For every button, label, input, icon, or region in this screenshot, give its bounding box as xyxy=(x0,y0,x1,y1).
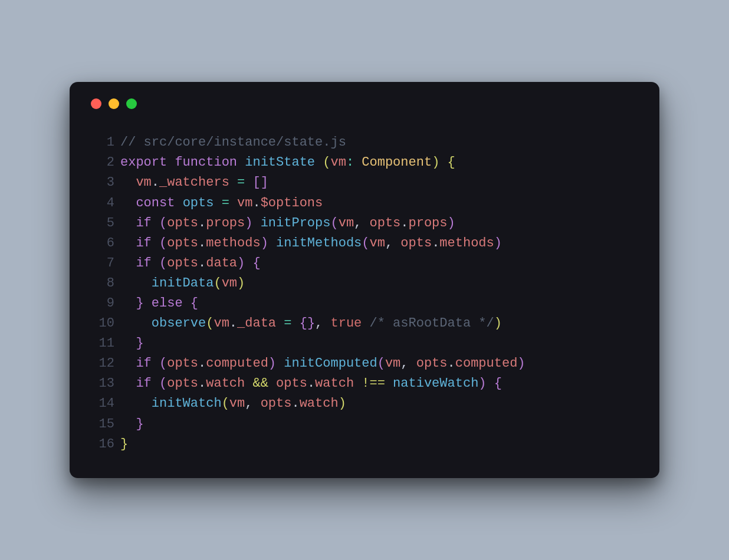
code-line[interactable]: 8 initData(vm) xyxy=(90,274,639,294)
code-line[interactable]: 16} xyxy=(90,434,639,454)
code-token: . xyxy=(307,376,315,391)
close-icon[interactable] xyxy=(91,98,101,109)
code-line[interactable]: 14 initWatch(vm, opts.watch) xyxy=(90,394,639,414)
code-line[interactable]: 6 if (opts.methods) initMethods(vm, opts… xyxy=(90,233,639,253)
code-token: ( xyxy=(159,216,167,230)
code-token xyxy=(120,256,136,271)
code-token xyxy=(120,296,136,311)
code-token: else xyxy=(152,296,183,311)
line-number: 8 xyxy=(90,274,114,294)
code-token: opts xyxy=(416,356,448,371)
code-line[interactable]: 4 const opts = vm.$options xyxy=(90,193,639,213)
code-line[interactable]: 13 if (opts.watch && opts.watch !== nati… xyxy=(90,374,639,394)
line-number: 6 xyxy=(90,233,114,253)
code-token xyxy=(175,196,182,210)
maximize-icon[interactable] xyxy=(126,98,137,109)
line-number: 11 xyxy=(90,334,114,354)
code-token: ( xyxy=(159,356,167,371)
code-token: initComputed xyxy=(284,356,377,371)
code-token xyxy=(229,175,237,190)
code-token xyxy=(268,376,276,391)
code-line[interactable]: 10 observe(vm._data = {}, true /* asRoot… xyxy=(90,314,639,334)
code-token: , xyxy=(354,216,362,230)
code-token xyxy=(120,236,136,251)
minimize-icon[interactable] xyxy=(109,98,119,109)
code-token: ) xyxy=(245,216,252,230)
code-token: vm xyxy=(229,396,245,411)
code-token xyxy=(237,155,245,170)
code-line[interactable]: 9 } else { xyxy=(90,294,639,314)
code-line[interactable]: 15 } xyxy=(90,414,639,434)
code-token: initMethods xyxy=(276,236,362,251)
code-line[interactable]: 1// src/core/instance/state.js xyxy=(90,133,639,153)
line-number: 13 xyxy=(90,374,114,394)
code-token: opts xyxy=(167,356,198,371)
code-token: vm xyxy=(339,216,354,230)
code-line[interactable]: 5 if (opts.props) initProps(vm, opts.pro… xyxy=(90,213,639,233)
code-token: initWatch xyxy=(152,396,222,411)
code-token: true xyxy=(330,316,362,331)
code-token xyxy=(120,316,152,331)
code-token xyxy=(245,175,252,190)
code-token: vm xyxy=(370,236,385,251)
line-number: 4 xyxy=(90,193,114,213)
code-token: observe xyxy=(152,316,206,331)
code-token: ) xyxy=(237,256,245,271)
code-token xyxy=(120,216,136,230)
code-token: vm xyxy=(136,175,151,190)
code-token xyxy=(362,316,369,331)
code-editor[interactable]: 1// src/core/instance/state.js2export fu… xyxy=(90,133,639,454)
code-line[interactable]: 11 } xyxy=(90,334,639,354)
line-number: 10 xyxy=(90,314,114,334)
code-token: ) xyxy=(432,155,439,170)
line-number: 7 xyxy=(90,253,114,274)
code-token: vm xyxy=(214,316,229,331)
code-token: = xyxy=(222,196,229,210)
code-token: ) xyxy=(268,356,276,371)
code-token: } xyxy=(120,437,128,452)
code-token: if xyxy=(136,376,151,391)
code-token: . xyxy=(198,356,206,371)
code-token: { xyxy=(448,155,455,170)
code-token xyxy=(245,376,252,391)
code-token: opts xyxy=(183,196,214,210)
code-token xyxy=(276,356,284,371)
code-line[interactable]: 2export function initState (vm: Componen… xyxy=(90,153,639,173)
code-token: props xyxy=(409,216,448,230)
code-token: . xyxy=(432,236,439,251)
code-token xyxy=(152,256,159,271)
code-token xyxy=(120,196,136,210)
code-token: watch xyxy=(315,376,354,391)
code-line[interactable]: 12 if (opts.computed) initComputed(vm, o… xyxy=(90,354,639,374)
code-token: /* asRootData */ xyxy=(370,316,494,331)
line-content: initData(vm) xyxy=(120,274,245,294)
code-token xyxy=(120,356,136,371)
code-token xyxy=(229,196,237,210)
line-content: export function initState (vm: Component… xyxy=(120,153,455,173)
code-token xyxy=(385,376,393,391)
code-token: ] xyxy=(261,175,268,190)
code-token: opts xyxy=(400,236,432,251)
code-token: function xyxy=(175,155,237,170)
code-token: . xyxy=(198,256,206,271)
code-token: ) xyxy=(494,236,502,251)
code-token: nativeWatch xyxy=(393,376,478,391)
line-content: observe(vm._data = {}, true /* asRootDat… xyxy=(120,314,502,334)
code-token: ) xyxy=(237,276,245,291)
code-token: // src/core/instance/state.js xyxy=(120,135,346,150)
code-token: ) xyxy=(261,236,268,251)
code-token: export xyxy=(120,155,167,170)
code-token: ) xyxy=(517,356,525,371)
line-content: } xyxy=(120,414,144,434)
code-line[interactable]: 3 vm._watchers = [] xyxy=(90,173,639,193)
line-number: 1 xyxy=(90,133,114,153)
code-token: . xyxy=(252,196,260,210)
line-number: 2 xyxy=(90,153,114,173)
line-content: if (opts.methods) initMethods(vm, opts.m… xyxy=(120,233,502,253)
code-line[interactable]: 7 if (opts.data) { xyxy=(90,253,639,274)
code-token: . xyxy=(448,356,455,371)
code-token xyxy=(252,396,260,411)
code-token xyxy=(276,316,284,331)
code-token xyxy=(120,376,136,391)
code-token xyxy=(120,336,136,351)
